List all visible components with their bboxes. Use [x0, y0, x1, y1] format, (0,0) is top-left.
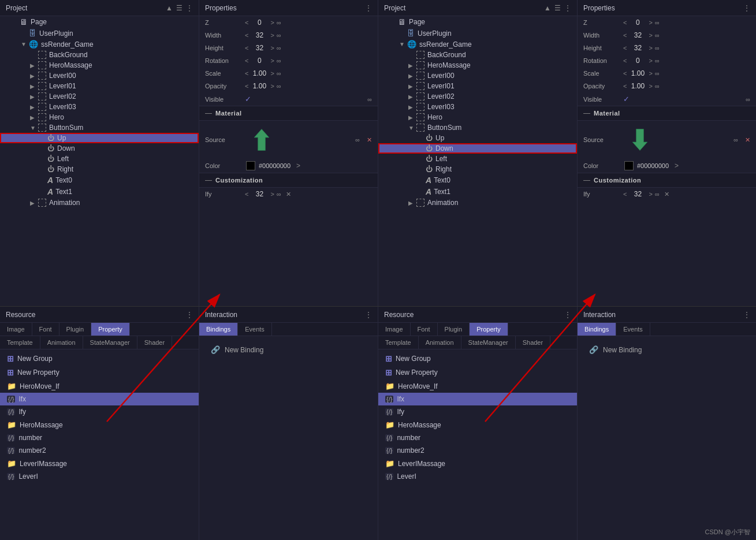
prop-rotation-less[interactable]: < — [245, 57, 248, 64]
r-ify-more[interactable]: > — [649, 191, 652, 198]
resource-leverimassage[interactable]: 📁 LeverIMassage — [0, 457, 199, 470]
r-prop-opacity-link[interactable]: ∞ — [655, 83, 660, 90]
r-tree-item-buttonsum[interactable]: ▼ ButtonSum — [378, 122, 577, 133]
more-icon[interactable]: ⋮ — [743, 311, 750, 319]
resource-number[interactable]: {/} number — [0, 431, 199, 444]
r-resource-new-group[interactable]: ⊞ New Group — [378, 352, 577, 366]
r-tree-item-down[interactable]: ⏻ Down — [378, 143, 577, 154]
r-resource-leveri[interactable]: {/} LeverI — [378, 470, 577, 483]
r-resource-ifx[interactable]: {/} Ifx — [378, 393, 577, 405]
tree-item-leveri00[interactable]: ▶ LeverI00 — [0, 70, 199, 81]
r-prop-z-more[interactable]: > — [649, 19, 652, 26]
r-tab-events[interactable]: Events — [616, 323, 650, 336]
prop-opacity-link[interactable]: ∞ — [277, 83, 281, 90]
source-x[interactable]: ✕ — [367, 136, 372, 144]
prop-rotation-more[interactable]: > — [270, 57, 274, 64]
tab-property[interactable]: Property — [91, 323, 130, 336]
tab-template[interactable]: Template — [0, 336, 40, 349]
prop-visible-link[interactable]: ∞ — [367, 96, 372, 103]
menu-icon[interactable]: ☰ — [554, 4, 561, 12]
more-icon[interactable]: ⋮ — [564, 311, 571, 319]
ify-more[interactable]: > — [270, 191, 274, 198]
prop-z-less[interactable]: < — [245, 19, 248, 26]
r-prop-rotation-less[interactable]: < — [623, 57, 627, 64]
tab-font[interactable]: Font — [32, 323, 59, 336]
r-color-swatch[interactable] — [624, 161, 634, 170]
resource-new-property[interactable]: ⊞ New Property — [0, 366, 199, 379]
r-tree-item-left[interactable]: ⏻ Left — [378, 154, 577, 164]
prop-height-less[interactable]: < — [245, 44, 248, 51]
ify-less[interactable]: < — [245, 191, 248, 198]
prop-scale-less[interactable]: < — [245, 70, 248, 77]
tree-item-background[interactable]: BackGround — [0, 50, 199, 60]
r-tree-item-animation[interactable]: ▶ Animation — [378, 198, 577, 208]
r-resource-number[interactable]: {/} number — [378, 431, 577, 444]
r-prop-scale-link[interactable]: ∞ — [655, 70, 660, 77]
color-swatch[interactable] — [246, 161, 255, 170]
prop-visible-check[interactable]: ✓ — [245, 95, 251, 103]
tree-item-down[interactable]: ⏻ Down — [0, 143, 199, 154]
r-tab-animation[interactable]: Animation — [419, 336, 461, 349]
resource-leveri[interactable]: {/} LeverI — [0, 470, 199, 483]
prop-opacity-more[interactable]: > — [270, 83, 274, 90]
tab-image[interactable]: Image — [0, 323, 32, 336]
r-tree-item-up[interactable]: ⏻ Up — [378, 133, 577, 143]
r-tree-item-background[interactable]: BackGround — [378, 50, 577, 60]
r-tab-bindings[interactable]: Bindings — [578, 323, 616, 336]
r-prop-height-less[interactable]: < — [623, 44, 627, 51]
r-prop-height-link[interactable]: ∞ — [655, 44, 660, 51]
prop-width-link[interactable]: ∞ — [277, 32, 281, 39]
r-tree-item-text1[interactable]: A Text1 — [378, 186, 577, 198]
r-tab-statemanager[interactable]: StateManager — [461, 336, 516, 349]
r-color-chevron[interactable]: > — [675, 162, 679, 170]
r-tab-font[interactable]: Font — [411, 323, 438, 336]
resource-new-group[interactable]: ⊞ New Group — [0, 352, 199, 366]
tree-item-page[interactable]: 🖥 Page — [0, 16, 199, 28]
tab-animation[interactable]: Animation — [40, 336, 83, 349]
r-tab-image[interactable]: Image — [378, 323, 411, 336]
menu-icon[interactable]: ☰ — [176, 4, 183, 12]
tree-item-leveri03[interactable]: ▶ LeverI03 — [0, 102, 199, 112]
prop-height-more[interactable]: > — [270, 44, 274, 51]
r-resource-heromassage[interactable]: 📁 HeroMassage — [378, 418, 577, 431]
more-icon[interactable]: ⋮ — [564, 4, 571, 12]
r-prop-z-link[interactable]: ∞ — [655, 19, 660, 26]
more-icon[interactable]: ⋮ — [743, 4, 750, 12]
r-tree-item-leveri03[interactable]: ▶ LeverI03 — [378, 102, 577, 112]
r-new-binding-item[interactable]: 🔗 New Binding — [582, 341, 751, 359]
r-ify-x[interactable]: ✕ — [664, 191, 669, 198]
r-tree-item-heromassage[interactable]: ▶ HeroMassage — [378, 60, 577, 70]
tab-bindings[interactable]: Bindings — [199, 323, 238, 336]
r-tab-shader[interactable]: Shader — [516, 336, 550, 349]
r-resource-number2[interactable]: {/} number2 — [378, 444, 577, 457]
tree-item-leveri01[interactable]: ▶ LeverI01 — [0, 81, 199, 91]
tab-plugin[interactable]: Plugin — [59, 323, 92, 336]
r-prop-rotation-link[interactable]: ∞ — [655, 57, 660, 64]
tree-item-up[interactable]: ⏻ Up — [0, 133, 199, 143]
ify-link[interactable]: ∞ — [277, 191, 281, 198]
r-prop-visible-check[interactable]: ✓ — [623, 95, 630, 103]
r-prop-opacity-more[interactable]: > — [649, 83, 652, 90]
r-prop-scale-less[interactable]: < — [623, 70, 627, 77]
tree-item-left[interactable]: ⏻ Left — [0, 154, 199, 164]
resource-ify[interactable]: {/} Ify — [0, 405, 199, 418]
r-source-x[interactable]: ✕ — [745, 136, 750, 144]
r-prop-height-more[interactable]: > — [649, 44, 652, 51]
more-icon[interactable]: ⋮ — [186, 4, 193, 12]
r-prop-z-less[interactable]: < — [623, 19, 627, 26]
prop-rotation-link[interactable]: ∞ — [277, 57, 281, 64]
tree-item-leveri02[interactable]: ▶ LeverI02 — [0, 91, 199, 102]
r-prop-width-link[interactable]: ∞ — [655, 32, 660, 39]
sort-icon[interactable]: ▲ — [166, 4, 173, 12]
r-tree-item-page[interactable]: 🖥 Page — [378, 16, 577, 28]
sort-icon[interactable]: ▲ — [544, 4, 551, 12]
r-resource-ify[interactable]: {/} Ify — [378, 405, 577, 418]
r-prop-rotation-more[interactable]: > — [649, 57, 652, 64]
tree-item-ssrender[interactable]: ▼ 🌐 ssRender_Game — [0, 39, 199, 50]
r-tree-item-right[interactable]: ⏻ Right — [378, 164, 577, 174]
r-tree-item-userplugin[interactable]: 🗄 UserPlugin — [378, 28, 577, 39]
prop-width-less[interactable]: < — [245, 32, 248, 39]
prop-scale-more[interactable]: > — [270, 70, 274, 77]
r-tab-template[interactable]: Template — [378, 336, 419, 349]
more-icon[interactable]: ⋮ — [186, 311, 193, 319]
